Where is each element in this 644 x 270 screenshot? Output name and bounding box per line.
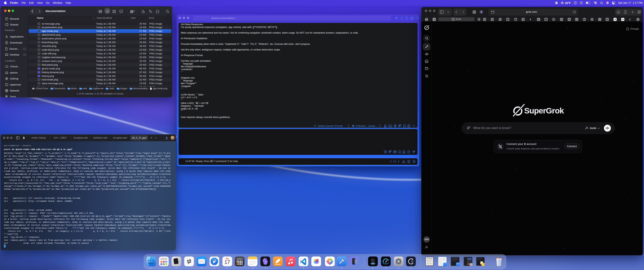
svg-text:SPEEDTEST: SPEEDTEST (383, 263, 389, 264)
